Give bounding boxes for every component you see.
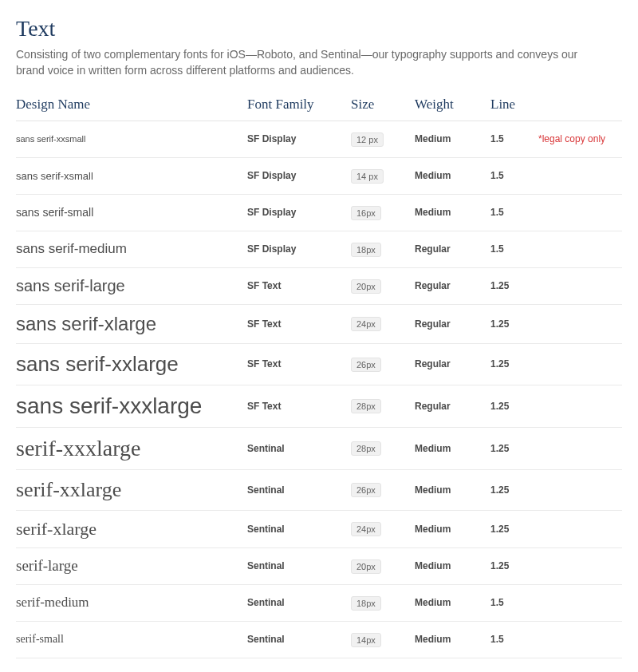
font-family: SF Display — [247, 243, 351, 255]
table-row: serif-mediumSentinal18pxMedium1.5 — [16, 585, 622, 622]
line-height: 1.5 — [490, 597, 538, 608]
font-family: Sentinal — [247, 597, 351, 608]
line-height: 1.5 — [490, 170, 538, 181]
typography-table: Design Name Font Family Size Weight Line… — [16, 97, 622, 658]
weight: Medium — [415, 560, 490, 571]
size-cell: 16px — [351, 205, 415, 220]
weight: Regular — [415, 358, 490, 370]
table-header-row: Design Name Font Family Size Weight Line — [16, 97, 622, 121]
table-row: sans serif-xxxlargeSF Text28pxRegular1.2… — [16, 385, 622, 428]
line-height: 1.25 — [490, 318, 538, 330]
design-name: sans serif-large — [16, 277, 247, 295]
size-cell: 28px — [351, 441, 415, 456]
font-family: SF Text — [247, 358, 351, 370]
table-row: serif-smallSentinal14pxMedium1.5 — [16, 622, 622, 658]
weight: Medium — [415, 133, 490, 144]
size-pill: 16px — [351, 206, 381, 220]
line-height: 1.5 — [490, 133, 538, 144]
table-row: sans serif-largeSF Text20pxRegular1.25 — [16, 268, 622, 305]
size-cell: 26px — [351, 357, 415, 372]
size-pill: 14 px — [351, 169, 384, 184]
design-name: sans serif-xlarge — [16, 313, 247, 335]
page-title: Text — [16, 16, 622, 42]
weight: Regular — [415, 318, 490, 330]
size-pill: 26px — [351, 358, 381, 372]
page-intro: Consisting of two complementary fonts fo… — [16, 46, 606, 79]
font-family: SF Text — [247, 280, 351, 291]
size-cell: 12 px — [351, 132, 415, 147]
size-cell: 20px — [351, 559, 415, 574]
size-pill: 12 px — [351, 132, 384, 147]
design-name: sans serif-xxxlarge — [16, 393, 247, 419]
size-pill: 14px — [351, 633, 381, 647]
design-name: sans serif-medium — [16, 241, 247, 257]
size-cell: 24px — [351, 521, 415, 536]
table-row: serif-largeSentinal20pxMedium1.25 — [16, 548, 622, 585]
size-cell: 20px — [351, 279, 415, 294]
line-height: 1.5 — [490, 207, 538, 218]
line-height: 1.25 — [490, 280, 538, 291]
font-family: SF Display — [247, 207, 351, 218]
size-pill: 20px — [351, 279, 381, 294]
design-name: serif-medium — [16, 595, 247, 611]
size-pill: 24px — [351, 522, 381, 536]
line-height: 1.25 — [490, 401, 538, 412]
line-height: 1.25 — [490, 358, 538, 370]
table-row: sans serif-xxsmallSF Display12 pxMedium1… — [16, 121, 622, 158]
weight: Regular — [415, 243, 490, 255]
design-name: sans serif-xxlarge — [16, 352, 247, 377]
font-family: Sentinal — [247, 484, 351, 496]
size-cell: 26px — [351, 482, 415, 497]
design-name: serif-small — [16, 633, 247, 646]
header-weight: Weight — [415, 97, 490, 113]
table-row: sans serif-xlargeSF Text24pxRegular1.25 — [16, 305, 622, 344]
font-family: SF Text — [247, 401, 351, 412]
design-name: sans serif-xsmall — [16, 170, 247, 182]
table-row: serif-xxlargeSentinal26pxMedium1.25 — [16, 470, 622, 511]
weight: Medium — [415, 634, 490, 645]
size-pill: 28px — [351, 441, 381, 456]
font-family: Sentinal — [247, 634, 351, 645]
font-family: SF Text — [247, 318, 351, 330]
design-name: sans serif-small — [16, 206, 247, 219]
header-line: Line — [490, 97, 538, 113]
line-height: 1.25 — [490, 484, 538, 496]
size-pill: 18px — [351, 243, 381, 257]
line-height: 1.25 — [490, 560, 538, 571]
size-pill: 18px — [351, 596, 381, 611]
design-name: serif-large — [16, 557, 247, 575]
table-row: sans serif-xsmallSF Display14 pxMedium1.… — [16, 158, 622, 195]
line-height: 1.25 — [490, 443, 538, 454]
size-cell: 14 px — [351, 168, 415, 184]
table-row: sans serif-mediumSF Display18pxRegular1.… — [16, 231, 622, 268]
table-row: serif-xxxlargeSentinal28pxMedium1.25 — [16, 428, 622, 470]
font-family: SF Display — [247, 170, 351, 181]
weight: Medium — [415, 484, 490, 496]
line-height: 1.25 — [490, 524, 538, 535]
design-name: serif-xxxlarge — [16, 436, 247, 461]
header-size: Size — [351, 97, 415, 113]
size-cell: 28px — [351, 398, 415, 413]
header-design-name: Design Name — [16, 97, 247, 113]
size-pill: 24px — [351, 317, 381, 331]
table-row: serif-xlargeSentinal24pxMedium1.25 — [16, 511, 622, 548]
weight: Medium — [415, 207, 490, 218]
note: *legal copy only — [538, 133, 622, 144]
font-family: Sentinal — [247, 524, 351, 535]
table-row: sans serif-xxlargeSF Text26pxRegular1.25 — [16, 344, 622, 385]
size-pill: 26px — [351, 483, 381, 497]
size-pill: 20px — [351, 559, 381, 574]
weight: Regular — [415, 280, 490, 291]
line-height: 1.5 — [490, 634, 538, 645]
weight: Medium — [415, 597, 490, 608]
weight: Medium — [415, 443, 490, 454]
line-height: 1.5 — [490, 243, 538, 255]
weight: Regular — [415, 401, 490, 412]
design-name: serif-xxlarge — [16, 478, 247, 502]
font-family: Sentinal — [247, 443, 351, 454]
weight: Medium — [415, 170, 490, 181]
size-cell: 18px — [351, 242, 415, 257]
table-row: sans serif-smallSF Display16pxMedium1.5 — [16, 195, 622, 231]
font-family: SF Display — [247, 133, 351, 144]
size-pill: 28px — [351, 399, 381, 413]
